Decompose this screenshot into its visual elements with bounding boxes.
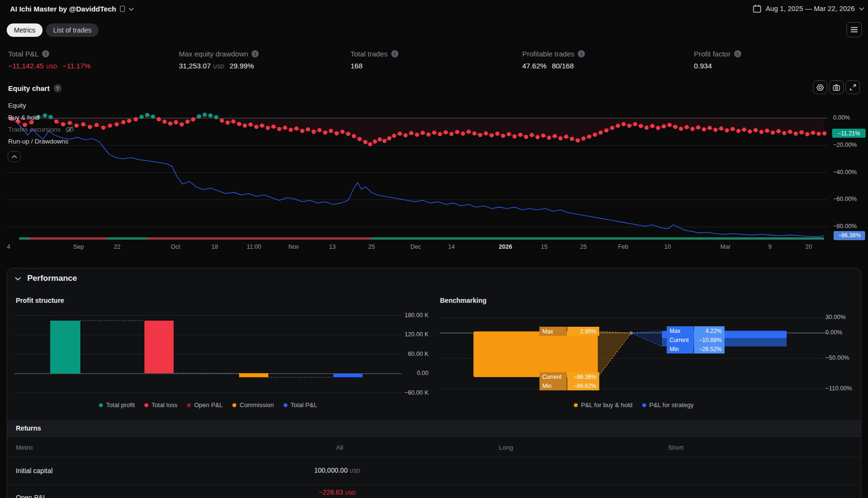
x-tick-label: 14	[448, 243, 455, 250]
metric-profit-factor: Profit factori0.934	[694, 50, 741, 70]
equity-chart-canvas[interactable]	[7, 84, 830, 242]
date-range-selector[interactable]: Aug 1, 2025 — Mar 22, 2026	[753, 4, 864, 13]
x-tick-label: 2026	[499, 243, 512, 250]
column-header-long: Long	[499, 444, 513, 451]
legend-label: Run-up / Drawdowns	[8, 138, 68, 145]
strategy-title-group[interactable]: AI Ichi Master by @DaviddTech	[10, 5, 134, 13]
legend-item-p-l-for-buy-hold[interactable]: P&L for buy & hold	[574, 401, 633, 409]
x-tick-label: 10	[664, 243, 671, 250]
equity-axis-badges: −11.21%−86.36%	[832, 84, 868, 242]
y-tick-label: 30.00%	[825, 314, 846, 321]
metric-label: Profitable tradesi	[522, 50, 585, 58]
legend-label: Equity	[8, 102, 26, 109]
column-header-short: Short	[668, 444, 683, 451]
y-tick-label: 60.00 K	[402, 351, 429, 357]
currency: USD	[350, 468, 360, 474]
cell-initial-capital-all: 100,000.00USD	[314, 466, 360, 474]
cell-open-pnl-all: −228.63USD	[319, 488, 355, 496]
x-tick-label: 18	[211, 243, 218, 250]
chevron-down-icon	[15, 277, 21, 281]
legend-item-total-profit[interactable]: Total profit	[99, 401, 135, 409]
legend-dot	[642, 403, 646, 407]
divider	[7, 485, 861, 485]
y-tick-label: −110.00%	[825, 385, 852, 392]
chevron-down-icon	[859, 7, 864, 11]
x-tick-label: Nov	[288, 243, 299, 250]
x-tick-label: Oct	[171, 243, 180, 250]
eye-off-icon[interactable]	[65, 126, 75, 133]
x-tick-label: Dec	[410, 243, 421, 250]
x-tick-label: Mar	[720, 243, 731, 250]
metric-total-p-l: Total P&Li−11,142.45USD−11.17%	[8, 50, 90, 70]
column-header-metric: Metric	[16, 444, 33, 451]
report-layout-button[interactable]	[846, 22, 862, 37]
chevron-down-icon	[129, 7, 134, 11]
x-tick-label: 20	[805, 243, 812, 250]
metric-value: −11,142.45USD−11.17%	[8, 62, 90, 70]
x-tick-label: Feb	[618, 243, 628, 250]
x-tick-label: 9	[769, 243, 772, 250]
value: 100,000.00	[314, 466, 348, 474]
metric-profitable-trades: Profitable tradesi47.62%80/168	[522, 50, 585, 70]
info-icon[interactable]: i	[252, 50, 259, 57]
missing-glyph-icon	[120, 6, 125, 12]
row-label-initial-capital: Initial capital	[16, 467, 53, 475]
y-tick-label: −50.00%	[825, 354, 849, 361]
legend-dot	[99, 403, 103, 407]
y-tick-label: 180.00 K	[402, 312, 429, 319]
tab-metrics[interactable]: Metrics	[7, 23, 43, 37]
legend-item-total-p-l[interactable]: Total P&L	[284, 401, 318, 409]
benchmarking-title: Benchmarking	[440, 297, 486, 304]
metric-label: Max equity drawdowni	[179, 50, 259, 58]
page-title: AI Ichi Master by @DaviddTech	[10, 5, 116, 13]
column-header-all: All	[336, 444, 343, 451]
view-tabs: Metrics List of trades	[7, 23, 99, 37]
x-tick-label: Sep	[73, 243, 84, 250]
returns-section-header: Returns	[7, 420, 861, 437]
rows-icon	[850, 26, 858, 33]
y-tick-label: 0.00	[402, 370, 429, 376]
metric-label: Profit factori	[694, 50, 741, 58]
performance-header[interactable]: Performance	[15, 274, 77, 283]
y-tick-label: −60.00 K	[402, 389, 429, 396]
y-tick-label: 120.00 K	[402, 331, 429, 338]
metric-value: 47.62%80/168	[522, 62, 585, 70]
profit-structure-chart[interactable]	[14, 309, 402, 403]
benchmarking-legend: P&L for buy & holdP&L for strategy	[440, 401, 827, 409]
returns-title: Returns	[16, 424, 41, 432]
legend-item-runup-drawdowns[interactable]: Run-up / Drawdowns	[8, 138, 75, 145]
buyhold-value-badge: −86.36%	[834, 231, 865, 240]
chevron-up-icon	[11, 155, 17, 159]
x-tick-label: 13	[329, 243, 336, 250]
benchmarking-chart[interactable]	[440, 309, 827, 403]
metric-value: 0.934	[694, 62, 741, 70]
x-tick-label: 4	[7, 243, 11, 250]
equity-value-badge: −11.21%	[832, 129, 866, 138]
legend-item-open-p-l[interactable]: Open P&L	[187, 401, 223, 409]
collapse-legend-button[interactable]	[8, 151, 21, 162]
row-label-open-pnl: Open P&L	[16, 494, 47, 498]
date-range-label: Aug 1, 2025 — Mar 22, 2026	[766, 5, 855, 12]
tab-list-of-trades[interactable]: List of trades	[46, 23, 99, 37]
y-tick-label: 0.00%	[825, 329, 842, 336]
legend-item-buy-and-hold[interactable]: Buy & hold	[8, 114, 75, 121]
equity-x-axis: 4Sep22Oct1811:00Nov1325Dec1420261525Feb1…	[7, 243, 830, 252]
legend-dot	[574, 403, 578, 407]
strategy-tester-panel: AI Ichi Master by @DaviddTech Aug 1, 202…	[0, 0, 868, 498]
legend-item-commission[interactable]: Commission	[232, 401, 274, 409]
x-tick-label: 11:00	[247, 243, 261, 250]
legend-item-p-l-for-strategy[interactable]: P&L for strategy	[642, 401, 694, 409]
profit-structure-title: Profit structure	[16, 297, 64, 304]
profit-structure-legend: Total profitTotal lossOpen P&LCommission…	[14, 401, 402, 409]
legend-item-trades-excursions[interactable]: Trades excursions	[8, 126, 75, 133]
equity-legend: Equity Buy & hold Trades excursions Run-…	[8, 102, 75, 145]
info-icon[interactable]: i	[734, 50, 741, 57]
legend-item-total-loss[interactable]: Total loss	[144, 401, 177, 409]
info-icon[interactable]: i	[391, 50, 398, 57]
legend-dot	[144, 403, 148, 407]
metric-max-equity-drawdown: Max equity drawdowni31,253.07USD29.99%	[179, 50, 259, 70]
info-icon[interactable]: i	[42, 50, 49, 57]
legend-item-equity[interactable]: Equity	[8, 102, 75, 109]
metric-value: 168	[351, 62, 398, 70]
info-icon[interactable]: i	[578, 50, 585, 57]
